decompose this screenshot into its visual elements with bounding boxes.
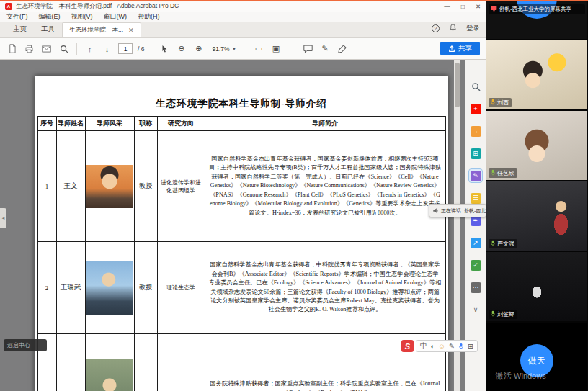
ime-keyboard-icon[interactable]: ⊞ xyxy=(468,342,473,350)
speaking-indicator-toast: 正在讲话: 舒帆-西北工业大学; xyxy=(429,204,486,217)
screen-share-banner: 舒帆-西北工业大学的屏幕共享 xyxy=(489,4,585,14)
mentor-table: 序号 导师姓名 导师风采 职称 研究方向 导师简介 1 王文 教授 进化遗传学和… xyxy=(37,116,446,391)
page-fit-icon[interactable]: ▭ xyxy=(253,42,265,55)
tool-comment-icon[interactable]: ☰ xyxy=(469,192,482,205)
table-row: 国务院特殊津贴获得者；国家重点实验室副主任；科学院重点实验室主任，已在《Jour… xyxy=(37,334,445,391)
sogou-logo-icon[interactable]: S xyxy=(401,340,414,352)
zoom-out-icon[interactable]: ⊖ xyxy=(175,42,187,55)
meeting-participant-panel: 舒帆-西北工业大学的屏幕共享 刘西 任艺欣 xyxy=(486,0,588,391)
participant-name-tag: 刘笠卿 xyxy=(489,310,517,319)
document-area[interactable]: 生态环境学院本科生导师制-导师介绍 序号 导师姓名 导师风采 职称 研究方向 导… xyxy=(0,60,465,391)
window-controls: — □ ✕ xyxy=(444,3,481,10)
screen-share-border xyxy=(0,0,588,1)
mentor-no: 2 xyxy=(37,242,56,334)
ime-status-bar: 中 ◐ ☺ ✎ ⊞ xyxy=(416,340,478,352)
participant-tile[interactable]: 任艺欣 xyxy=(486,111,587,180)
navigation-pane-handle[interactable]: ◄ xyxy=(0,208,6,228)
sign-in-button[interactable]: 登录 xyxy=(466,24,480,33)
header-photo: 导师风采 xyxy=(85,117,134,131)
chevron-down-icon: ▼ xyxy=(232,46,237,51)
tab-tools[interactable]: 工具 xyxy=(34,22,62,37)
tool-organize-pages-icon[interactable]: ⊞ xyxy=(469,147,482,160)
close-button[interactable]: ✕ xyxy=(476,3,481,10)
participant-name-tag: 任艺欣 xyxy=(489,168,517,178)
print-icon[interactable] xyxy=(23,42,35,55)
next-page-icon[interactable]: ↓ xyxy=(101,42,113,55)
zoom-level-select[interactable]: 91.7% ▼ xyxy=(210,45,239,53)
ime-pen-icon[interactable]: ✎ xyxy=(449,342,455,350)
window-title: 生态环境学院---本科生导师介绍.pdf - Adobe Acrobat Pro… xyxy=(16,2,179,11)
activate-windows-watermark: 激活 Windows xyxy=(496,371,546,382)
mentor-rank: 教授 xyxy=(134,131,157,242)
toolbar-separator xyxy=(246,43,246,55)
minimize-button[interactable]: — xyxy=(444,3,450,10)
acrobat-window: A 生态环境学院---本科生导师介绍.pdf - Adobe Acrobat P… xyxy=(0,1,486,391)
tool-create-pdf-icon[interactable]: + xyxy=(469,102,482,115)
tool-search-icon[interactable] xyxy=(469,80,482,93)
search-icon[interactable] xyxy=(58,42,70,55)
tab-bar-right: ? 登录 xyxy=(432,22,480,37)
ime-mode-toggle[interactable]: 中 xyxy=(420,341,427,351)
participant-name: 刘西 xyxy=(497,99,509,107)
ime-voice-icon[interactable] xyxy=(458,343,464,350)
menu-help[interactable]: 帮助(H) xyxy=(138,12,160,22)
menu-window[interactable]: 窗口(W) xyxy=(104,12,128,22)
tool-stamp-icon[interactable]: ✓ xyxy=(469,259,482,271)
avatar-initials: 做天 xyxy=(528,355,545,367)
maximize-button[interactable]: □ xyxy=(461,3,465,10)
mentor-photo xyxy=(86,261,133,315)
tab-home[interactable]: 主页 xyxy=(6,22,34,37)
ime-toolbar: S 中 ◐ ☺ ✎ ⊞ xyxy=(401,340,478,352)
participant-tile[interactable]: 刘西 xyxy=(486,40,587,109)
share-button[interactable]: 共享 xyxy=(440,42,480,55)
tab-document-label: 生态环境学院---本... xyxy=(69,26,123,35)
zoom-in-icon[interactable]: ⊕ xyxy=(192,42,205,55)
speaking-indicator-text: 正在讲话: 舒帆-西北工业大学; xyxy=(441,207,486,215)
mentor-name: 王瑞武 xyxy=(56,242,85,334)
scrollbar-thumb[interactable] xyxy=(455,63,460,107)
mentor-rank: 教授 xyxy=(134,242,157,334)
menu-file[interactable]: 文件(F) xyxy=(6,12,28,22)
monitor-icon xyxy=(491,6,497,13)
floating-chip[interactable]: 远启中心 xyxy=(4,339,47,351)
tab-close-icon[interactable]: ✕ xyxy=(128,27,134,34)
email-icon[interactable] xyxy=(40,42,53,55)
mic-icon xyxy=(490,169,496,177)
sign-icon[interactable] xyxy=(337,42,349,55)
acrobat-app-icon: A xyxy=(5,3,12,10)
mentor-direction: 进化遗传学和进化基因组学 xyxy=(157,131,205,242)
select-tool-icon[interactable] xyxy=(158,42,170,55)
tool-edit-pdf-icon[interactable]: ✎ xyxy=(469,169,482,182)
participant-name-tag: 严文强 xyxy=(489,239,517,248)
mentor-intro: 国家自然科学基金杰出青年基金获得者；中科院优秀青年专项资助获得者；《英国皇家学会… xyxy=(205,242,445,334)
mentor-name xyxy=(56,334,85,391)
table-header-row: 序号 导师姓名 导师风采 职称 研究方向 导师简介 xyxy=(37,117,445,131)
tool-more-icon[interactable]: ⋯ xyxy=(469,281,482,294)
mentor-photo xyxy=(86,359,133,391)
tool-send-review-icon[interactable]: ↗ xyxy=(469,236,482,249)
screen: A 生态环境学院---本科生导师介绍.pdf - Adobe Acrobat P… xyxy=(0,0,588,391)
header-intro: 导师简介 xyxy=(205,117,445,131)
menu-edit[interactable]: 编辑(E) xyxy=(39,12,61,22)
participant-tile-sharer[interactable]: 舒帆-西北工业大学的屏幕共享 xyxy=(486,0,587,39)
participant-tile[interactable]: 刘笠卿 xyxy=(486,252,587,321)
tools-expand-chevron-icon[interactable]: ∨ xyxy=(469,303,482,316)
page-view-icon[interactable]: ▣ xyxy=(270,42,282,55)
ime-halfwidth-icon[interactable]: ◐ xyxy=(431,342,435,350)
mentor-photo-cell xyxy=(85,242,134,334)
bell-icon[interactable] xyxy=(449,22,457,35)
save-file-icon[interactable] xyxy=(6,42,18,55)
comment-icon[interactable] xyxy=(302,42,314,55)
mentor-photo-cell xyxy=(85,131,134,242)
menu-bar: 文件(F) 编辑(E) 视图(V) 窗口(W) 帮助(H) xyxy=(0,12,486,22)
tool-export-pdf-icon[interactable]: → xyxy=(469,125,482,138)
highlight-icon[interactable]: ✎ xyxy=(319,42,331,55)
participant-tile[interactable]: 严文强 xyxy=(486,181,587,251)
ime-emoji-icon[interactable]: ☺ xyxy=(438,342,445,350)
menu-view[interactable]: 视图(V) xyxy=(71,12,93,22)
previous-page-icon[interactable]: ↑ xyxy=(84,42,96,55)
mentor-photo-cell xyxy=(85,334,134,391)
tab-document[interactable]: 生态环境学院---本... ✕ xyxy=(62,22,141,37)
help-icon[interactable]: ? xyxy=(432,24,440,32)
page-number-input[interactable]: 1 xyxy=(118,43,133,54)
